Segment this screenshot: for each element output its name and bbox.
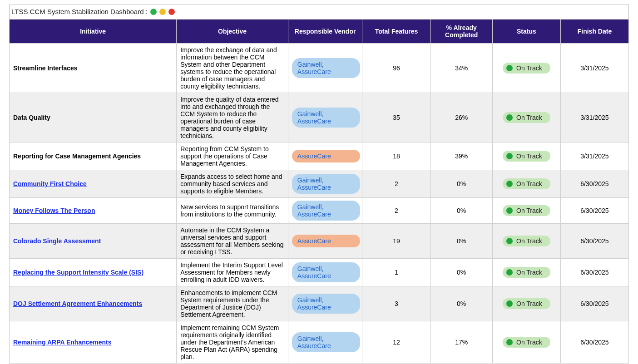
total-features: 3 — [362, 286, 430, 321]
col-finish: Finish Date — [560, 20, 628, 44]
vendor-badge: AssureCare — [292, 150, 360, 162]
percent-completed: 26% — [430, 93, 492, 143]
total-features: 19 — [362, 224, 430, 259]
status-dot-icon — [506, 181, 513, 187]
status-label: On Track — [516, 180, 542, 187]
status-badge: On Track — [503, 178, 550, 189]
finish-date: 3/31/2025 — [560, 93, 628, 143]
vendor-badge: AssureCare — [292, 235, 360, 247]
finish-date: 6/30/2025 — [560, 198, 628, 224]
status-badge: On Track — [503, 236, 550, 246]
col-features: Total Features — [362, 20, 430, 44]
objective-text: Improve the exchange of data and informa… — [177, 44, 288, 93]
initiative-name: Streamline Interfaces — [13, 64, 78, 72]
col-status: Status — [492, 20, 560, 44]
finish-date: 6/30/2025 — [560, 259, 628, 286]
table-row: Replacing the Support Intensity Scale (S… — [10, 259, 629, 286]
status-badge: On Track — [503, 112, 550, 123]
status-dot-green-icon — [150, 9, 157, 15]
percent-completed: 0% — [430, 286, 492, 321]
percent-completed: 39% — [430, 143, 492, 170]
finish-date: 6/30/2025 — [560, 321, 628, 364]
status-label: On Track — [516, 64, 542, 72]
finish-date: 6/30/2025 — [560, 286, 628, 321]
status-dot-icon — [506, 300, 513, 307]
status-dot-icon — [506, 207, 513, 214]
dashboard-title-bar: LTSS CCM System Stabilization Dashboard … — [9, 5, 629, 19]
status-dot-icon — [506, 153, 513, 159]
dashboard-title: LTSS CCM System Stabilization Dashboard … — [11, 8, 148, 15]
total-features: 18 — [362, 143, 430, 170]
total-features: 96 — [362, 44, 430, 93]
table-row: DOJ Settlement Agreement EnhancementsEnh… — [10, 286, 629, 321]
vendor-badge: Gainwell, AssureCare — [292, 332, 360, 352]
table-row: Remaining ARPA EnhancementsImplement rem… — [10, 321, 629, 364]
percent-completed: 17% — [430, 321, 492, 364]
status-dot-icon — [506, 238, 513, 244]
vendor-badge: Gainwell, AssureCare — [292, 201, 360, 221]
col-objective: Objective — [177, 20, 288, 44]
status-dot-icon — [506, 114, 513, 121]
percent-completed: 0% — [430, 170, 492, 198]
initiative-name[interactable]: Remaining ARPA Enhancements — [13, 339, 112, 346]
objective-text: Implement the Interim Support Level Asse… — [177, 259, 288, 286]
status-badge: On Track — [503, 151, 550, 162]
objective-text: New services to support transitions from… — [177, 198, 288, 224]
table-header-row: Initiative Objective Responsible Vendor … — [10, 20, 629, 44]
percent-completed: 0% — [430, 259, 492, 286]
vendor-badge: Gainwell, AssureCare — [292, 58, 360, 78]
status-dot-yellow-icon — [159, 9, 166, 15]
status-dot-red-icon — [168, 9, 175, 15]
initiative-name: Data Quality — [13, 114, 50, 121]
vendor-badge: Gainwell, AssureCare — [292, 108, 360, 128]
vendor-badge: Gainwell, AssureCare — [292, 294, 360, 314]
col-vendor: Responsible Vendor — [288, 20, 362, 44]
total-features: 35 — [362, 93, 430, 143]
objective-text: Improve the quality of data entered into… — [177, 93, 288, 143]
objective-text: Implement remaining CCM System requireme… — [177, 321, 288, 364]
percent-completed: 0% — [430, 224, 492, 259]
status-badge: On Track — [503, 63, 550, 74]
total-features: 2 — [362, 198, 430, 224]
table-row: Money Follows The PersonNew services to … — [10, 198, 629, 224]
status-badge: On Track — [503, 205, 550, 216]
col-initiative: Initiative — [10, 20, 177, 44]
initiative-name: Reporting for Case Management Agencies — [13, 152, 141, 160]
vendor-badge: Gainwell, AssureCare — [292, 174, 360, 194]
initiative-name[interactable]: Community First Choice — [13, 180, 87, 187]
objective-text: Automate in the CCM System a universal s… — [177, 224, 288, 259]
total-features: 2 — [362, 170, 430, 198]
total-features: 12 — [362, 321, 430, 364]
status-label: On Track — [516, 152, 542, 160]
status-label: On Track — [516, 207, 542, 214]
status-badge: On Track — [503, 337, 550, 348]
table-row: Data QualityImprove the quality of data … — [10, 93, 629, 143]
initiative-name[interactable]: Replacing the Support Intensity Scale (S… — [13, 269, 143, 276]
percent-completed: 34% — [430, 44, 492, 93]
total-features: 1 — [362, 259, 430, 286]
status-label: On Track — [516, 339, 542, 346]
status-badge: On Track — [503, 267, 550, 278]
status-dot-icon — [506, 339, 513, 345]
objective-text: Expands access to select home and commun… — [177, 170, 288, 198]
status-label: On Track — [516, 237, 542, 245]
initiative-name[interactable]: Colorado Single Assessment — [13, 237, 101, 245]
percent-completed: 0% — [430, 198, 492, 224]
status-label: On Track — [516, 300, 542, 307]
status-badge: On Track — [503, 298, 550, 309]
table-row: Reporting for Case Management AgenciesRe… — [10, 143, 629, 170]
finish-date: 6/30/2025 — [560, 224, 628, 259]
status-label: On Track — [516, 114, 542, 121]
status-dot-icon — [506, 269, 513, 275]
finish-date: 6/30/2025 — [560, 170, 628, 198]
objective-text: Enhancements to implement CCM System req… — [177, 286, 288, 321]
col-completed: % Already Completed — [430, 20, 492, 44]
initiative-name[interactable]: Money Follows The Person — [13, 207, 95, 214]
dashboard-table: Initiative Objective Responsible Vendor … — [9, 19, 629, 364]
table-row: Community First ChoiceExpands access to … — [10, 170, 629, 198]
initiative-name[interactable]: DOJ Settlement Agreement Enhancements — [13, 300, 142, 307]
table-row: Colorado Single AssessmentAutomate in th… — [10, 224, 629, 259]
status-label: On Track — [516, 269, 542, 276]
table-row: Streamline InterfacesImprove the exchang… — [10, 44, 629, 93]
objective-text: Reporting from CCM System to support the… — [177, 143, 288, 170]
